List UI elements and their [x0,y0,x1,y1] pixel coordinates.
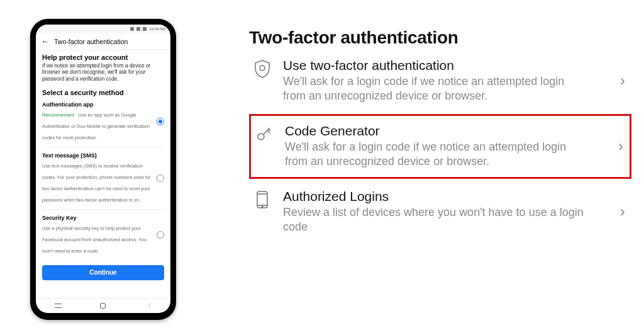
back-arrow-icon[interactable]: ← [41,37,49,45]
svg-point-5 [262,207,263,208]
row-code-generator[interactable]: Code Generator We'll ask for a login cod… [249,114,631,179]
radio-selected-icon[interactable] [157,118,164,125]
svg-point-0 [260,65,265,71]
method-title: Text message (SMS) [42,152,152,159]
key-icon [253,123,275,142]
chevron-right-icon: › [616,203,625,220]
android-nav-bar: 〈 [36,298,170,313]
phone-icon [252,189,273,209]
scroll-content: Help protect your account If we notice a… [36,50,170,298]
row-title: Code Generator [285,123,604,139]
wifi-icon [136,27,140,31]
row-desc: We'll ask for a login code if we notice … [283,74,585,103]
panel-heading: Two-factor authentication [249,28,631,48]
app-bar: ← Two-factor authentication [36,33,170,50]
row-desc: Review a list of devices where you won't… [283,205,585,234]
status-time: 12:43 PM [149,27,165,31]
method-authentication-app[interactable]: Authentication app Recommended · Use an … [42,96,164,147]
settings-panel: Two-factor authentication Use two-factor… [249,28,631,244]
nav-home-icon[interactable] [100,303,106,309]
select-method-title: Select a security method [42,89,164,96]
continue-button[interactable]: Continue [42,265,164,280]
row-desc: We'll ask for a login code if we notice … [285,140,587,168]
battery-icon [143,27,147,31]
page-title: Two-factor authentication [54,38,128,45]
row-title: Authorized Logins [283,189,606,204]
radio-unselected-icon[interactable] [157,174,164,182]
row-use-2fa[interactable]: Use two-factor authentication We'll ask … [249,48,631,113]
row-authorized-logins[interactable]: Authorized Logins Review a list of devic… [249,179,631,244]
status-bar: 12:43 PM [36,25,170,33]
help-protect-title: Help protect your account [42,54,164,61]
method-title: Authentication app [42,101,152,108]
nav-back-icon[interactable]: 〈 [145,300,150,311]
radio-unselected-icon[interactable] [157,231,164,239]
method-recommended: Recommended · [42,112,78,118]
nav-recent-icon[interactable] [55,304,62,308]
chevron-right-icon: › [614,137,623,155]
signal-icon [130,27,134,31]
method-desc: Use text messages (SMS) to receive verif… [42,163,151,203]
method-title: Security Key [42,215,152,221]
method-security-key[interactable]: Security Key Use a physical security key… [42,210,164,260]
phone-frame: 12:43 PM ← Two-factor authentication Hel… [30,19,176,320]
chevron-right-icon: › [616,72,625,89]
phone-screen: 12:43 PM ← Two-factor authentication Hel… [36,25,170,313]
method-desc: Use a physical security key to help prot… [42,225,147,254]
row-title: Use two-factor authentication [283,58,606,73]
help-protect-desc: If we notice an attempted login from a d… [42,63,164,82]
shield-icon [252,58,273,78]
method-text-message[interactable]: Text message (SMS) Use text messages (SM… [42,147,164,210]
